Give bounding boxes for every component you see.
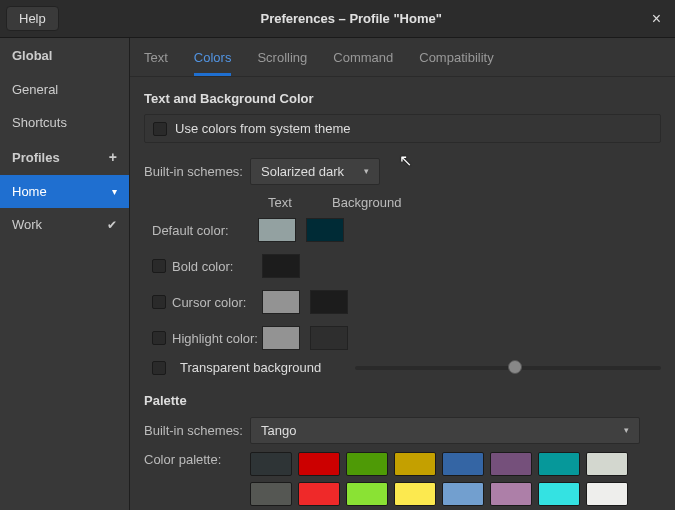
default-color-label: Default color: <box>152 223 258 238</box>
tab-text[interactable]: Text <box>144 50 168 76</box>
col-header-text: Text <box>268 195 312 210</box>
bold-color-checkbox[interactable] <box>152 259 166 273</box>
sidebar: Global General Shortcuts Profiles + Home… <box>0 38 130 510</box>
transparency-slider[interactable] <box>355 366 661 370</box>
color-palette-label: Color palette: <box>144 452 250 467</box>
sidebar-item-home[interactable]: Home ▾ <box>0 175 129 208</box>
sidebar-item-work[interactable]: Work ✔ <box>0 208 129 241</box>
section-heading-textbg: Text and Background Color <box>144 91 661 106</box>
section-heading-palette: Palette <box>144 393 661 408</box>
palette-swatch-0-5[interactable] <box>490 452 532 476</box>
chevron-down-icon: ▾ <box>112 186 117 197</box>
col-header-background: Background <box>332 195 376 210</box>
palette-swatch-1-4[interactable] <box>442 482 484 506</box>
transparent-bg-checkbox[interactable] <box>152 361 166 375</box>
palette-swatch-0-4[interactable] <box>442 452 484 476</box>
cursor-color-checkbox[interactable] <box>152 295 166 309</box>
chevron-down-icon: ▾ <box>364 166 369 176</box>
sidebar-item-general[interactable]: General <box>0 73 129 106</box>
main-panel: Text Colors Scrolling Command Compatibil… <box>130 38 675 510</box>
palette-swatch-1-5[interactable] <box>490 482 532 506</box>
palette-swatch-1-7[interactable] <box>586 482 628 506</box>
use-system-theme-label: Use colors from system theme <box>175 121 351 136</box>
tab-command[interactable]: Command <box>333 50 393 76</box>
scheme-select[interactable]: Solarized dark ▾ <box>250 158 380 185</box>
cursor-bg-color-swatch[interactable] <box>310 290 348 314</box>
palette-grid <box>250 452 628 506</box>
cursor-color-label: Cursor color: <box>172 295 262 310</box>
tab-compatibility[interactable]: Compatibility <box>419 50 493 76</box>
palette-swatch-1-0[interactable] <box>250 482 292 506</box>
palette-swatch-1-6[interactable] <box>538 482 580 506</box>
palette-swatch-1-2[interactable] <box>346 482 388 506</box>
builtin-schemes-label: Built-in schemes: <box>144 164 250 179</box>
help-button[interactable]: Help <box>6 6 59 31</box>
use-system-theme-checkbox[interactable] <box>153 122 167 136</box>
highlight-color-label: Highlight color: <box>172 331 262 346</box>
color-column-headers: Text Background <box>268 195 661 210</box>
palette-swatch-0-3[interactable] <box>394 452 436 476</box>
add-profile-icon[interactable]: + <box>109 149 117 165</box>
sidebar-header-profiles: Profiles + <box>0 139 129 175</box>
bold-color-label: Bold color: <box>172 259 262 274</box>
highlight-text-color-swatch[interactable] <box>262 326 300 350</box>
highlight-color-checkbox[interactable] <box>152 331 166 345</box>
palette-swatch-0-6[interactable] <box>538 452 580 476</box>
palette-swatch-0-1[interactable] <box>298 452 340 476</box>
palette-swatch-1-3[interactable] <box>394 482 436 506</box>
palette-swatch-1-1[interactable] <box>298 482 340 506</box>
default-text-color-swatch[interactable] <box>258 218 296 242</box>
use-system-theme-row[interactable]: Use colors from system theme <box>144 114 661 143</box>
default-bg-color-swatch[interactable] <box>306 218 344 242</box>
tab-scrolling[interactable]: Scrolling <box>257 50 307 76</box>
tabs: Text Colors Scrolling Command Compatibil… <box>130 38 675 77</box>
check-icon: ✔ <box>107 218 117 232</box>
scheme-select-value: Solarized dark <box>261 164 344 179</box>
transparent-bg-label: Transparent background <box>180 360 321 375</box>
highlight-bg-color-swatch[interactable] <box>310 326 348 350</box>
palette-builtin-label: Built-in schemes: <box>144 423 250 438</box>
palette-swatch-0-2[interactable] <box>346 452 388 476</box>
tab-colors[interactable]: Colors <box>194 50 232 76</box>
sidebar-item-shortcuts[interactable]: Shortcuts <box>0 106 129 139</box>
palette-swatch-0-0[interactable] <box>250 452 292 476</box>
bold-color-swatch[interactable] <box>262 254 300 278</box>
cursor-text-color-swatch[interactable] <box>262 290 300 314</box>
slider-thumb[interactable] <box>508 360 522 374</box>
sidebar-header-global: Global <box>0 38 129 73</box>
palette-swatch-0-7[interactable] <box>586 452 628 476</box>
close-button[interactable]: × <box>644 6 669 32</box>
window-title: Preferences – Profile "Home" <box>59 11 644 26</box>
chevron-down-icon: ▾ <box>624 425 629 435</box>
palette-scheme-value: Tango <box>261 423 296 438</box>
palette-scheme-select[interactable]: Tango ▾ <box>250 417 640 444</box>
